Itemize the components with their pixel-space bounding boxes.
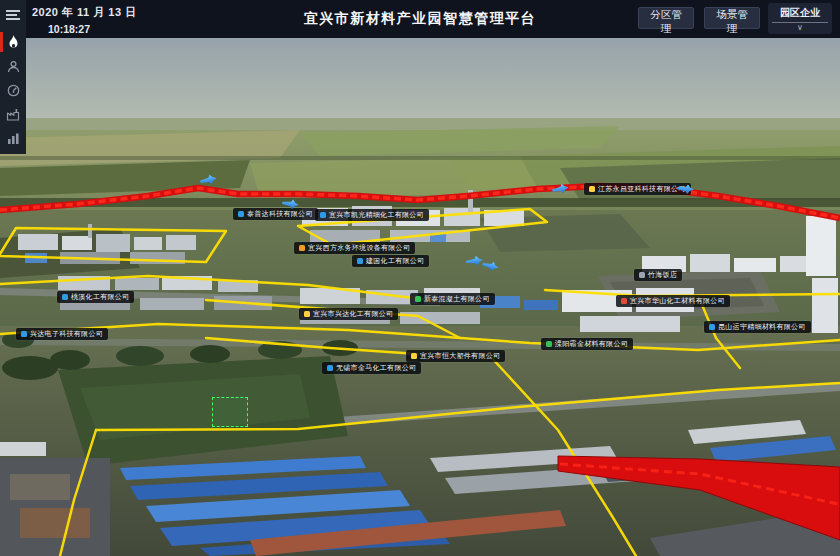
company-label[interactable]: 竹海饭店 (634, 269, 682, 281)
company-label[interactable]: 宜兴市华山化工材料有限公司 (616, 295, 730, 307)
company-logo-icon (21, 331, 27, 337)
company-logo-icon (589, 186, 595, 192)
company-logo-icon (357, 258, 363, 264)
gauge-icon (7, 84, 20, 97)
company-label-text: 宜兴西方水务环境设备有限公司 (308, 244, 410, 252)
company-logo-icon (238, 211, 244, 217)
company-logo-icon (546, 341, 552, 347)
sidebar-item-statistics[interactable] (0, 126, 26, 150)
company-label-text: 宜兴市凯光精细化工有限公司 (329, 211, 424, 219)
company-logo-icon (320, 212, 326, 218)
company-label[interactable]: 溧阳霸金材料有限公司 (541, 338, 633, 350)
company-label-text: 溧阳霸金材料有限公司 (555, 340, 628, 348)
company-label[interactable]: 建国化工有限公司 (352, 255, 429, 267)
company-logo-icon (415, 296, 421, 302)
company-label[interactable]: 宜兴西方水务环境设备有限公司 (294, 242, 415, 254)
company-label-text: 新泰混凝土有限公司 (424, 295, 490, 303)
sidebar-item-fire-monitor[interactable] (0, 30, 26, 54)
hamburger-icon (6, 9, 20, 21)
company-label[interactable]: 新泰混凝土有限公司 (410, 293, 495, 305)
company-label[interactable]: 宜兴市凯光精细化工有限公司 (315, 209, 429, 221)
sidebar-item-menu[interactable] (0, 0, 26, 30)
company-label-text: 竹海饭店 (648, 271, 677, 279)
sidebar-item-enterprise[interactable] (0, 102, 26, 126)
company-label[interactable]: 江苏永昌亚科科技有限公司 (584, 183, 691, 195)
company-logo-icon (411, 353, 417, 359)
company-label-text: 兴达电子科技有限公司 (30, 330, 103, 338)
company-label-text: 泰普达科技有限公司 (247, 210, 313, 218)
company-label[interactable]: 泰普达科技有限公司 (233, 208, 318, 220)
company-label-text: 宜兴市华山化工材料有限公司 (630, 297, 725, 305)
company-label[interactable]: 桃溪化工有限公司 (57, 291, 134, 303)
company-label-text: 建国化工有限公司 (366, 257, 424, 265)
company-label-text: 昆山运宇精细材料有限公司 (718, 323, 806, 331)
company-logo-icon (621, 298, 627, 304)
company-logo-icon (639, 272, 645, 278)
company-label[interactable]: 兴达电子科技有限公司 (16, 328, 108, 340)
header: 2020 年 11 月 13 日 10:18:27 宜兴市新材料产业园智慧管理平… (0, 0, 840, 38)
company-label[interactable]: 宜兴市恒大塑件有限公司 (406, 350, 505, 362)
company-label[interactable]: 宜兴市兴达化工有限公司 (299, 308, 398, 320)
company-logo-icon (709, 324, 715, 330)
chevron-down-icon: ∨ (768, 23, 832, 33)
smart-park-platform: 桃溪化工有限公司泰普达科技有限公司宜兴市凯光精细化工有限公司宜兴西方水务环境设备… (0, 0, 840, 556)
flame-icon (7, 35, 20, 50)
sidebar-item-gauge[interactable] (0, 78, 26, 102)
company-logo-icon (62, 294, 68, 300)
company-label-text: 江苏永昌亚科科技有限公司 (598, 185, 686, 193)
company-logo-icon (327, 365, 333, 371)
park-enterprise-dropdown[interactable]: 园区企业 ∨ (768, 3, 832, 34)
company-logo-icon (299, 245, 305, 251)
sidebar-item-personnel[interactable] (0, 54, 26, 78)
dropdown-label: 园区企业 (772, 3, 828, 23)
company-label[interactable]: 无锡市金马化工有限公司 (322, 362, 421, 374)
company-label-text: 桃溪化工有限公司 (71, 293, 129, 301)
scene-management-button[interactable]: 场景管理 (704, 7, 760, 29)
factory-icon (6, 108, 20, 121)
company-logo-icon (304, 311, 310, 317)
bar-chart-icon (7, 132, 20, 145)
person-icon (7, 60, 20, 73)
company-label-text: 宜兴市兴达化工有限公司 (313, 310, 393, 318)
company-label-text: 无锡市金马化工有限公司 (336, 364, 416, 372)
zone-management-button[interactable]: 分区管理 (638, 7, 694, 29)
sidebar (0, 0, 26, 154)
company-label[interactable]: 昆山运宇精细材料有限公司 (704, 321, 811, 333)
company-label-text: 宜兴市恒大塑件有限公司 (420, 352, 500, 360)
